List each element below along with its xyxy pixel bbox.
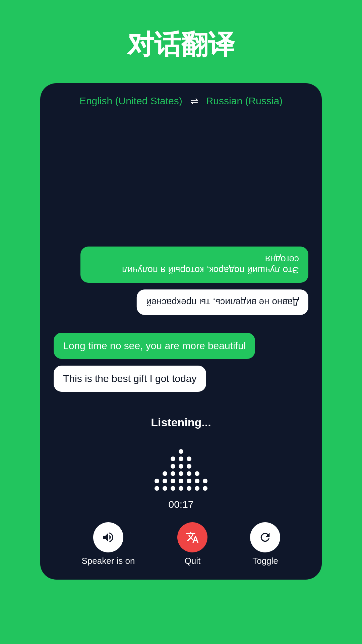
dot: [163, 471, 167, 476]
dot: [163, 486, 167, 491]
dot: [179, 479, 183, 483]
dot: [187, 486, 191, 491]
listening-label: Listening...: [151, 416, 211, 429]
source-language[interactable]: English (United States): [79, 95, 182, 107]
quit-control[interactable]: Quit: [177, 522, 207, 566]
quit-label: Quit: [185, 556, 201, 566]
speaker-button[interactable]: [93, 522, 123, 552]
dot: [195, 471, 199, 476]
dot: [187, 471, 191, 476]
message-bubble-white: This is the best gift I got today: [54, 366, 206, 392]
translate-icon: [186, 531, 199, 544]
toggle-control[interactable]: Toggle: [250, 522, 280, 566]
dot: [187, 479, 191, 483]
chat-bottom-area: Long time no see, you are more beautiful…: [40, 322, 322, 409]
bottom-controls: Speaker is on Quit Toggle: [40, 516, 322, 580]
waveform-col-1: [155, 479, 159, 491]
timer: 00:17: [168, 499, 193, 510]
dot: [179, 457, 183, 461]
flipped-bubble-white: Давно не виделись, ты прекрасней: [137, 289, 308, 315]
dot: [195, 486, 199, 491]
waveform-col-5: [187, 457, 191, 491]
toggle-icon: [258, 531, 272, 544]
speaker-label: Speaker is on: [82, 556, 135, 566]
waveform-col-2: [163, 471, 167, 491]
dot: [179, 449, 183, 454]
language-selector[interactable]: English (United States) ⇌ Russian (Russi…: [40, 83, 322, 115]
waveform-col-6: [195, 471, 199, 491]
dot: [187, 457, 191, 461]
waveform: [54, 437, 308, 491]
waveform-col-7: [203, 479, 207, 491]
swap-icon[interactable]: ⇌: [190, 96, 198, 107]
dot: [179, 486, 183, 491]
dot: [171, 486, 175, 491]
chat-top-area: Это лучший подарок, который я получил се…: [40, 115, 322, 322]
dot: [171, 479, 175, 483]
listening-section: Listening...: [40, 409, 322, 516]
dot: [155, 479, 159, 483]
dot: [163, 479, 167, 483]
flipped-bubble-green: Это лучший подарок, который я получил се…: [80, 247, 308, 283]
waveform-col-4: [179, 449, 183, 491]
dot: [187, 464, 191, 469]
page-title: 对话翻译: [127, 27, 235, 63]
speaker-control[interactable]: Speaker is on: [82, 522, 135, 566]
dot: [203, 486, 207, 491]
toggle-label: Toggle: [252, 556, 278, 566]
dot: [195, 479, 199, 483]
toggle-button[interactable]: [250, 522, 280, 552]
dot: [171, 471, 175, 476]
waveform-col-3: [171, 457, 175, 491]
dot: [179, 471, 183, 476]
target-language[interactable]: Russian (Russia): [206, 95, 283, 107]
dot: [171, 457, 175, 461]
dot: [179, 464, 183, 469]
quit-button[interactable]: [177, 522, 207, 552]
dot: [155, 486, 159, 491]
dot: [203, 479, 207, 483]
dot: [171, 464, 175, 469]
message-bubble-green: Long time no see, you are more beautiful: [54, 333, 255, 359]
speaker-icon: [102, 531, 115, 544]
phone-card: English (United States) ⇌ Russian (Russi…: [40, 83, 322, 580]
